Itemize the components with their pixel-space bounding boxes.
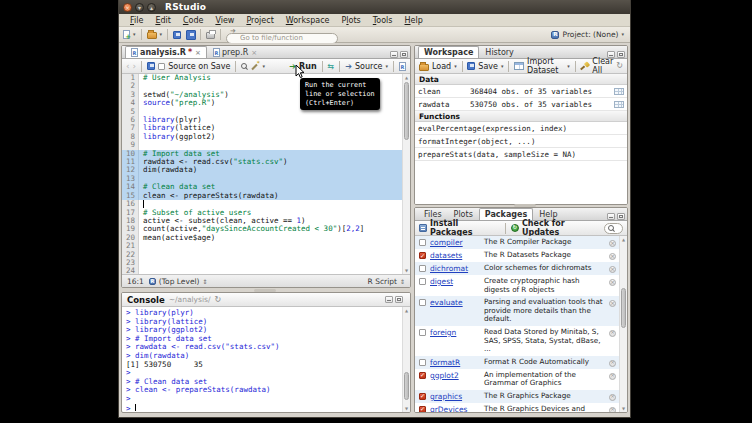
menu-item-tools[interactable]: Tools: [367, 16, 399, 25]
source-button[interactable]: Source: [355, 62, 382, 71]
import-dataset-icon[interactable]: [514, 62, 524, 70]
view-data-icon[interactable]: [614, 101, 624, 108]
chevron-down-icon[interactable]: ▾: [160, 32, 163, 37]
chevron-down-icon[interactable]: ▾: [262, 64, 265, 69]
tab-workspace[interactable]: Workspace: [418, 46, 479, 58]
source-on-save-checkbox[interactable]: [158, 63, 165, 70]
menu-item-view[interactable]: View: [209, 16, 240, 25]
menu-item-code[interactable]: Code: [177, 16, 210, 25]
clear-all-button[interactable]: Clear All: [592, 57, 613, 75]
filetype-selector[interactable]: R Script ⇕: [368, 277, 405, 286]
package-link[interactable]: evaluate: [430, 298, 480, 307]
package-checkbox[interactable]: [419, 359, 426, 366]
import-dataset-button[interactable]: Import Dataset: [527, 57, 564, 75]
remove-package-icon[interactable]: [609, 407, 616, 412]
project-menu-button[interactable]: Project: (None) ▾: [551, 30, 626, 39]
scroll-up-icon[interactable]: ▲: [403, 308, 410, 313]
maximize-icon[interactable]: ▴: [147, 3, 156, 12]
remove-package-icon[interactable]: [609, 330, 616, 337]
scroll-up-icon[interactable]: ▲: [620, 237, 627, 242]
console-scrollbar[interactable]: ▲ ▼: [402, 307, 410, 412]
chevron-down-icon[interactable]: ▾: [567, 64, 570, 69]
refresh-icon[interactable]: ↻: [214, 296, 221, 304]
scroll-down-icon[interactable]: ▼: [403, 406, 410, 411]
packages-scrollbar[interactable]: ▲ ▼: [619, 236, 627, 412]
menu-item-file[interactable]: File: [124, 16, 149, 25]
menu-item-project[interactable]: Project: [240, 16, 279, 25]
package-checkbox[interactable]: [419, 252, 426, 259]
editor-tab-analysis.R[interactable]: analysis.R*×: [125, 46, 207, 58]
menu-item-plots[interactable]: Plots: [336, 16, 367, 25]
chevron-down-icon[interactable]: ▾: [454, 64, 457, 69]
package-link[interactable]: compiler: [430, 238, 480, 247]
remove-package-icon[interactable]: [609, 300, 616, 307]
find-icon[interactable]: [241, 63, 247, 69]
workspace-row[interactable]: prepareStats(data, sampleSize = NA): [415, 148, 627, 161]
remove-package-icon[interactable]: [609, 394, 616, 401]
minimize-pane-icon[interactable]: [390, 51, 398, 58]
package-link[interactable]: dichromat: [430, 264, 480, 273]
minimize-pane-icon[interactable]: [607, 213, 615, 220]
package-link[interactable]: datasets: [430, 251, 480, 260]
open-file-icon[interactable]: [147, 32, 157, 39]
console-output[interactable]: > library(plyr)> library(lattice)> libra…: [122, 307, 402, 412]
scroll-down-icon[interactable]: ▼: [620, 406, 627, 411]
package-link[interactable]: foreign: [430, 328, 480, 337]
check-updates-button[interactable]: Check for Updates: [522, 219, 601, 237]
workspace-row[interactable]: rawdata530750 obs. of 35 variables: [415, 98, 627, 111]
package-link[interactable]: grDevices: [430, 405, 480, 412]
menu-item-workspace[interactable]: Workspace: [280, 16, 336, 25]
view-data-icon[interactable]: [614, 88, 624, 95]
check-updates-icon[interactable]: [511, 224, 519, 232]
close-tab-icon[interactable]: ×: [251, 49, 257, 57]
install-packages-icon[interactable]: [419, 224, 427, 232]
clear-all-icon[interactable]: [580, 62, 589, 71]
remove-package-icon[interactable]: [609, 253, 616, 260]
scope-selector[interactable]: (Top Level) ⇕: [149, 277, 208, 286]
install-packages-button[interactable]: Install Packages: [430, 219, 500, 237]
scrollbar-thumb[interactable]: [404, 82, 409, 140]
new-file-icon[interactable]: [123, 30, 130, 39]
remove-package-icon[interactable]: [609, 373, 616, 380]
chevron-down-icon[interactable]: ▾: [133, 32, 136, 37]
workspace-row[interactable]: clean368404 obs. of 35 variables: [415, 85, 627, 98]
forward-icon[interactable]: ›: [133, 62, 137, 71]
minimize-pane-icon[interactable]: [385, 296, 393, 303]
goto-file-input[interactable]: [226, 33, 338, 44]
load-button[interactable]: Load: [432, 62, 451, 71]
package-checkbox[interactable]: [419, 278, 426, 285]
scrollbar-thumb[interactable]: [621, 288, 626, 328]
save-workspace-icon[interactable]: [467, 62, 475, 70]
remove-package-icon[interactable]: [609, 360, 616, 367]
package-checkbox[interactable]: [419, 299, 426, 306]
scroll-up-icon[interactable]: ▲: [403, 75, 410, 80]
compile-notebook-icon[interactable]: [399, 62, 406, 71]
package-link[interactable]: graphics: [430, 392, 480, 401]
editor-scrollbar[interactable]: ▲ ▼: [402, 74, 410, 274]
save-icon[interactable]: [173, 31, 181, 39]
package-link[interactable]: ggplot2: [430, 371, 480, 380]
rerun-icon[interactable]: ⇆: [328, 62, 335, 71]
maximize-pane-icon[interactable]: [617, 51, 625, 58]
package-link[interactable]: formatR: [430, 358, 480, 367]
splitter-handle[interactable]: [254, 289, 276, 292]
editor-tab-prep.R[interactable]: prep.R×: [207, 46, 263, 58]
close-tab-icon[interactable]: ×: [195, 49, 201, 57]
package-checkbox[interactable]: [419, 393, 426, 400]
menu-item-help[interactable]: Help: [399, 16, 429, 25]
menu-item-edit[interactable]: Edit: [149, 16, 177, 25]
print-icon[interactable]: [206, 32, 215, 39]
workspace-row[interactable]: evalPercentage(expression, index): [415, 122, 627, 135]
package-checkbox[interactable]: [419, 265, 426, 272]
package-checkbox[interactable]: [419, 239, 426, 246]
package-checkbox[interactable]: [419, 372, 426, 379]
package-checkbox[interactable]: [419, 329, 426, 336]
scroll-down-icon[interactable]: ▼: [403, 268, 410, 273]
save-all-icon[interactable]: [187, 31, 195, 39]
source-icon[interactable]: ➔: [345, 62, 352, 71]
save-button[interactable]: Save: [478, 62, 498, 71]
back-icon[interactable]: ‹: [126, 62, 130, 71]
remove-package-icon[interactable]: [609, 266, 616, 273]
minimize-pane-icon[interactable]: [607, 51, 615, 58]
maximize-pane-icon[interactable]: [617, 213, 625, 220]
